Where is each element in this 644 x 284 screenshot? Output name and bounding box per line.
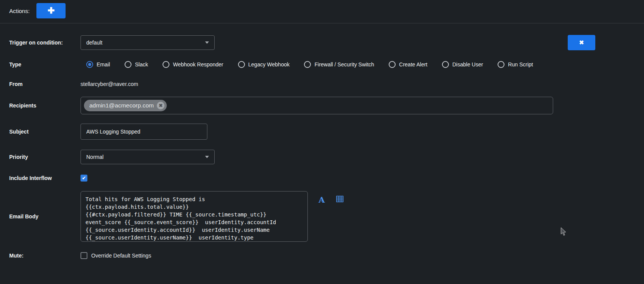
chip-remove-icon[interactable]: ✖	[157, 102, 164, 109]
radio-icon	[86, 61, 93, 68]
include-interflow-row: Include Interflow	[9, 174, 87, 182]
radio-icon	[238, 61, 245, 68]
from-value: stellarcyber@naver.com	[80, 81, 138, 87]
chevron-down-icon	[205, 41, 209, 44]
email-body-toolbar: A	[319, 196, 343, 204]
email-body-textarea[interactable]: Total hits for AWS Logging Stopped is {{…	[80, 191, 308, 242]
recipients-input[interactable]: admin1@acmecorp.com ✖	[80, 97, 553, 114]
radio-icon	[442, 61, 449, 68]
radio-option-run-script[interactable]: Run Script	[498, 61, 533, 68]
subject-label: Subject	[9, 129, 80, 135]
radio-option-disable-user[interactable]: Disable User	[442, 61, 483, 68]
radio-icon	[389, 61, 396, 68]
recipient-chip-text: admin1@acmecorp.com	[89, 102, 154, 109]
recipient-chip: admin1@acmecorp.com ✖	[84, 100, 167, 111]
radio-option-create-alert[interactable]: Create Alert	[389, 61, 427, 68]
radio-option-email[interactable]: Email	[86, 61, 110, 68]
radio-icon	[125, 61, 131, 68]
priority-select[interactable]: Normal	[80, 150, 215, 164]
trigger-condition-row: Trigger on condition: default	[9, 35, 215, 50]
actions-header: Actions: ✚	[9, 3, 66, 18]
recipients-row: Recipients admin1@acmecorp.com ✖	[9, 97, 553, 114]
close-icon: ✖	[579, 39, 584, 46]
plus-icon: ✚	[48, 3, 54, 18]
mouse-cursor	[560, 227, 567, 238]
trigger-condition-label: Trigger on condition:	[9, 40, 80, 46]
from-row: From stellarcyber@naver.com	[9, 80, 138, 88]
include-interflow-checkbox[interactable]	[80, 175, 87, 182]
include-interflow-label: Include Interflow	[9, 175, 80, 181]
divider	[0, 23, 644, 23]
email-body-row: Email Body Total hits for AWS Logging St…	[9, 191, 343, 242]
priority-row: Priority Normal	[9, 150, 215, 164]
recipients-label: Recipients	[9, 102, 80, 109]
trigger-condition-value: default	[86, 40, 202, 46]
priority-value: Normal	[86, 154, 202, 160]
add-action-button[interactable]: ✚	[36, 3, 66, 18]
radio-icon	[498, 61, 504, 68]
type-radio-group: Email Slack Webhook Responder Legacy Web…	[86, 61, 533, 68]
text-format-icon[interactable]: A	[319, 196, 325, 204]
mute-checkbox[interactable]	[80, 252, 87, 259]
from-label: From	[9, 81, 80, 87]
subject-input[interactable]	[80, 124, 207, 140]
radio-option-firewall-security-switch[interactable]: Firewall / Security Switch	[304, 61, 374, 68]
actions-label: Actions:	[9, 8, 30, 14]
radio-icon	[163, 61, 169, 68]
chevron-down-icon	[205, 156, 209, 158]
subject-row: Subject	[9, 124, 207, 140]
priority-label: Priority	[9, 154, 80, 160]
mute-row: Mute: Override Default Settings	[9, 252, 151, 259]
mute-option-label[interactable]: Override Default Settings	[91, 253, 151, 259]
type-row: Type Email Slack Webhook Responder Legac…	[9, 59, 533, 69]
radio-option-webhook-responder[interactable]: Webhook Responder	[163, 61, 223, 68]
email-body-label: Email Body	[9, 213, 80, 220]
radio-option-slack[interactable]: Slack	[125, 61, 148, 68]
trigger-condition-select[interactable]: default	[80, 35, 215, 50]
type-label: Type	[9, 61, 80, 68]
mute-label: Mute:	[9, 253, 80, 259]
remove-action-button[interactable]: ✖	[568, 35, 595, 50]
table-icon[interactable]	[336, 196, 343, 202]
radio-option-legacy-webhook[interactable]: Legacy Webhook	[238, 61, 290, 68]
radio-icon	[304, 61, 311, 68]
